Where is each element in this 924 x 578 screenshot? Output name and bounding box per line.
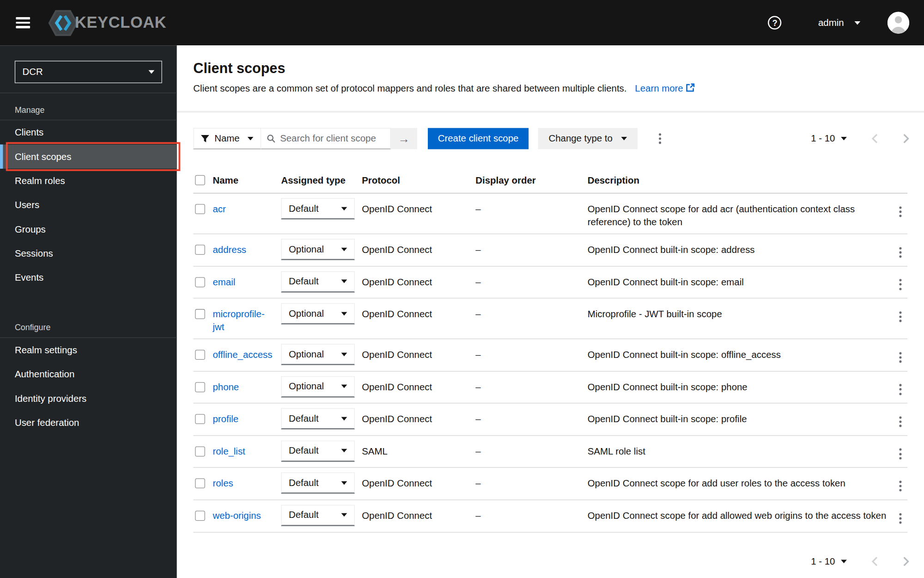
- display-order-cell: –: [475, 303, 587, 321]
- assigned-type-select[interactable]: Default: [281, 198, 354, 220]
- caret-down-icon: [148, 70, 154, 74]
- search-icon: [267, 134, 275, 143]
- assigned-type-select[interactable]: Default: [281, 271, 354, 292]
- help-icon[interactable]: ?: [768, 16, 782, 29]
- sidebar-item-users[interactable]: Users: [0, 193, 177, 217]
- display-order-cell: –: [475, 441, 587, 458]
- client-scope-link[interactable]: microprofile-jwt: [213, 308, 274, 334]
- description-cell: SAML role list: [588, 441, 891, 458]
- avatar[interactable]: [888, 12, 909, 34]
- row-kebab-icon[interactable]: [897, 510, 904, 527]
- user-dropdown[interactable]: admin: [818, 18, 860, 28]
- chevron-right-icon[interactable]: [903, 556, 909, 566]
- caret-down-icon: [341, 280, 347, 283]
- description-cell: OpenID Connect built-in scope: profile: [588, 408, 891, 426]
- client-scope-link[interactable]: roles: [213, 477, 233, 490]
- client-scope-link[interactable]: offline_access: [213, 349, 272, 362]
- sidebar-item-authentication[interactable]: Authentication: [0, 362, 177, 386]
- hamburger-icon[interactable]: [16, 15, 30, 31]
- chevron-left-icon[interactable]: [871, 133, 878, 144]
- sidebar-item-sessions[interactable]: Sessions: [0, 241, 177, 265]
- row-checkbox[interactable]: [195, 350, 205, 360]
- sidebar-item-identity-providers[interactable]: Identity providers: [0, 386, 177, 410]
- caret-down-icon: [341, 247, 347, 251]
- caret-down-icon: [248, 137, 254, 141]
- client-scope-link[interactable]: profile: [213, 413, 238, 426]
- row-kebab-icon[interactable]: [897, 349, 904, 366]
- nav-section-label-manage: Manage: [0, 93, 177, 120]
- learn-more-link[interactable]: Learn more: [635, 83, 695, 93]
- client-scope-link[interactable]: acr: [213, 203, 225, 216]
- assigned-type-select[interactable]: Default: [281, 473, 354, 494]
- client-scope-link[interactable]: address: [213, 244, 246, 257]
- caret-down-icon: [341, 513, 347, 517]
- sidebar-item-clients[interactable]: Clients: [0, 120, 177, 144]
- display-order-cell: –: [475, 239, 587, 257]
- assigned-type-select[interactable]: Optional: [281, 239, 354, 260]
- create-client-scope-button[interactable]: Create client scope: [428, 128, 529, 149]
- caret-down-icon: [341, 312, 347, 315]
- assigned-type-value: Optional: [289, 243, 324, 256]
- description-cell: OpenID Connect built-in scope: offline_a…: [588, 344, 891, 362]
- pagination-range-dropdown[interactable]: 1 - 10: [811, 556, 847, 566]
- protocol-cell: OpenID Connect: [362, 505, 475, 523]
- row-checkbox[interactable]: [195, 414, 205, 424]
- select-all-checkbox[interactable]: [195, 175, 205, 185]
- realm-selector[interactable]: DCR: [15, 61, 162, 83]
- pagination-range-dropdown[interactable]: 1 - 10: [811, 133, 847, 144]
- assigned-type-value: Default: [289, 275, 319, 288]
- assigned-type-select[interactable]: Optional: [281, 344, 354, 365]
- page-title: Client scopes: [193, 60, 907, 77]
- row-kebab-icon[interactable]: [897, 413, 904, 430]
- row-kebab-icon[interactable]: [897, 276, 904, 293]
- row-kebab-icon[interactable]: [897, 203, 904, 221]
- protocol-cell: SAML: [362, 441, 475, 458]
- row-checkbox[interactable]: [195, 204, 205, 214]
- assigned-type-select[interactable]: Default: [281, 408, 354, 430]
- toolbar: Name → Create client scope Change type t…: [193, 128, 909, 149]
- assigned-type-select[interactable]: Optional: [281, 376, 354, 397]
- protocol-cell: OpenID Connect: [362, 344, 475, 362]
- chevron-left-icon[interactable]: [871, 556, 878, 566]
- realm-name: DCR: [22, 67, 43, 77]
- chevron-right-icon[interactable]: [903, 133, 909, 144]
- row-checkbox[interactable]: [195, 382, 205, 392]
- table-row: roles Default OpenID Connect – OpenID Co…: [193, 468, 907, 500]
- row-checkbox[interactable]: [195, 511, 205, 521]
- sidebar-item-realm-roles[interactable]: Realm roles: [0, 169, 177, 193]
- sidebar-item-realm-settings[interactable]: Realm settings: [0, 338, 177, 362]
- row-kebab-icon[interactable]: [897, 381, 904, 399]
- row-checkbox[interactable]: [195, 446, 205, 456]
- row-kebab-icon[interactable]: [897, 445, 904, 463]
- client-scope-link[interactable]: email: [213, 276, 235, 289]
- caret-down-icon: [841, 137, 847, 141]
- row-kebab-icon[interactable]: [897, 477, 904, 495]
- assigned-type-select[interactable]: Default: [281, 441, 354, 462]
- sidebar-item-user-federation[interactable]: User federation: [0, 411, 177, 435]
- sidebar-item-events[interactable]: Events: [0, 265, 177, 289]
- column-header-assigned-type: Assigned type: [281, 171, 362, 187]
- row-kebab-icon[interactable]: [897, 308, 904, 326]
- search-type-dropdown[interactable]: Name: [193, 128, 261, 149]
- external-link-icon: [686, 83, 695, 92]
- row-checkbox[interactable]: [195, 479, 205, 489]
- client-scope-link[interactable]: web-origins: [213, 510, 261, 523]
- client-scope-link[interactable]: phone: [213, 381, 239, 394]
- table-row: address Optional OpenID Connect – OpenID…: [193, 234, 907, 266]
- sidebar-item-groups[interactable]: Groups: [0, 217, 177, 241]
- toolbar-kebab-icon[interactable]: [656, 130, 663, 148]
- row-kebab-icon[interactable]: [897, 244, 904, 261]
- display-order-cell: –: [475, 505, 587, 523]
- sidebar-item-client-scopes[interactable]: Client scopes: [0, 144, 177, 168]
- change-type-dropdown[interactable]: Change type to: [538, 128, 638, 149]
- client-scope-link[interactable]: role_list: [213, 445, 245, 458]
- row-checkbox[interactable]: [195, 309, 205, 320]
- search-submit-button[interactable]: →: [391, 128, 417, 149]
- table-body: acr Default OpenID Connect – OpenID Conn…: [193, 193, 907, 532]
- assigned-type-select[interactable]: Optional: [281, 303, 354, 325]
- search-input[interactable]: [280, 133, 384, 144]
- row-checkbox[interactable]: [195, 245, 205, 255]
- assigned-type-select[interactable]: Default: [281, 505, 354, 526]
- caret-down-icon: [341, 207, 347, 210]
- row-checkbox[interactable]: [195, 277, 205, 287]
